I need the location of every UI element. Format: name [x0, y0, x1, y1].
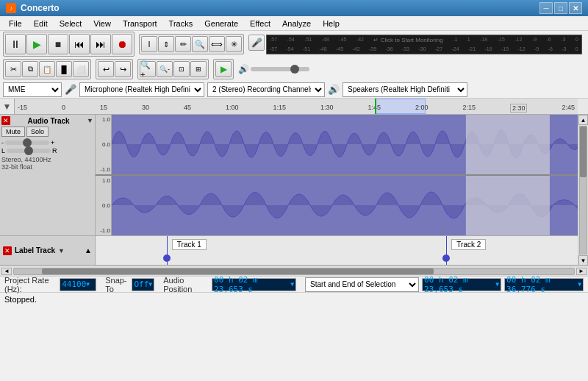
- device-row: MME 🎤 Microphone (Realtek High Defini 2 …: [0, 81, 588, 99]
- label-track-close-button[interactable]: ✕: [3, 246, 12, 255]
- trim-button[interactable]: ▐▌: [56, 61, 72, 77]
- label-box-1[interactable]: Track 1: [172, 239, 207, 250]
- record-button[interactable]: ⏺: [112, 34, 132, 54]
- track-close-button[interactable]: ✕: [1, 116, 10, 125]
- h-scroll-right[interactable]: ►: [576, 268, 587, 275]
- zoom-in-button[interactable]: 🔍+: [140, 61, 156, 77]
- h-scrollbar: ◄ ►: [0, 266, 588, 276]
- label-track-dropdown[interactable]: ▼: [58, 247, 65, 254]
- driver-select[interactable]: MME: [3, 82, 62, 97]
- multi-tool[interactable]: ✳: [226, 36, 242, 52]
- snap-to-value[interactable]: Off ▼: [132, 278, 154, 291]
- menu-generate[interactable]: Generate: [198, 18, 244, 29]
- minimize-button[interactable]: ─: [539, 2, 553, 14]
- track-dropdown-arrow[interactable]: ▼: [87, 117, 93, 124]
- sel-end-value[interactable]: 00 h 02 m 36,776 s ▼: [504, 278, 584, 291]
- label-head-2[interactable]: [442, 254, 450, 262]
- project-rate-value[interactable]: 44100 ▼: [60, 278, 96, 291]
- y-label-bot-3: -1.0: [96, 227, 110, 234]
- volume-group: 🔊: [238, 64, 309, 74]
- window-controls: ─ □ ✕: [539, 2, 582, 14]
- menu-analyze[interactable]: Analyze: [276, 18, 317, 29]
- v-scroll-up[interactable]: ▲: [578, 115, 588, 125]
- label-track-waveform[interactable]: Track 1 Track 2: [96, 236, 578, 265]
- menu-effect[interactable]: Effect: [244, 18, 276, 29]
- paste-button[interactable]: 📋: [39, 61, 55, 77]
- ruler-arrow[interactable]: ▼: [0, 99, 15, 114]
- selection-mode-select[interactable]: Start and End of Selection Start and Len…: [305, 277, 419, 292]
- stop-button[interactable]: ■: [48, 34, 68, 54]
- volume-slider[interactable]: [251, 67, 309, 71]
- h-scroll-left[interactable]: ◄: [1, 268, 12, 275]
- play-button[interactable]: ▶: [26, 34, 47, 54]
- time-ruler[interactable]: ▼ -15 0 15 30 45 1:00 1:15 1:30 1:45 2:0…: [0, 99, 588, 115]
- pan-slider[interactable]: [7, 149, 51, 153]
- y-label-top-1: 1.0: [96, 116, 110, 123]
- silence-button[interactable]: ⬜: [73, 61, 89, 77]
- audio-pos-label: Audio Position: [163, 276, 209, 293]
- track-info: Stereo, 44100Hz 32-bit float: [1, 156, 93, 171]
- mute-button[interactable]: Mute: [1, 127, 25, 137]
- menu-select[interactable]: Select: [54, 18, 88, 29]
- snap-to-label: Snap-To: [105, 276, 129, 293]
- audio-pos-value[interactable]: 00 h 02 m 23,653 s ▼: [212, 278, 296, 291]
- play-sel-button[interactable]: ▶: [215, 61, 232, 77]
- volume-icon: 🔊: [238, 64, 249, 74]
- zoom-tool[interactable]: 🔍: [192, 36, 208, 52]
- mic-icon[interactable]: 🎤: [248, 35, 265, 51]
- cut-button[interactable]: ✂: [5, 61, 21, 77]
- audio-track-row: ✕ Audio Track ▼ Mute Solo - + L R: [0, 115, 578, 236]
- h-scroll-thumb[interactable]: [42, 268, 434, 274]
- audio-track-controls: ✕ Audio Track ▼ Mute Solo - + L R: [0, 115, 96, 235]
- time-shift-tool[interactable]: ⟺: [209, 36, 225, 52]
- label-track-expand[interactable]: ▲: [85, 246, 92, 254]
- skip-end-button[interactable]: ⏭: [90, 34, 111, 54]
- close-button[interactable]: ✕: [569, 2, 582, 14]
- pan-left-label: L: [1, 147, 5, 154]
- label-box-2[interactable]: Track 2: [451, 239, 486, 250]
- audio-pos-group: Audio Position 00 h 02 m 23,653 s ▼: [163, 276, 296, 293]
- zoom-fit-button[interactable]: ⊞: [190, 61, 207, 77]
- menu-file[interactable]: File: [3, 18, 28, 29]
- envelope-tool[interactable]: ⇕: [158, 36, 174, 52]
- undo-button[interactable]: ↩: [98, 61, 114, 77]
- channels-select[interactable]: 2 (Stereo) Recording Channels: [207, 82, 325, 97]
- pause-button[interactable]: ⏸: [5, 34, 26, 54]
- bottom-status: Stopped.: [0, 292, 588, 305]
- output-device-select[interactable]: Speakers (Realtek High Definiti: [343, 82, 467, 97]
- pan-right-label: R: [52, 147, 57, 154]
- redo-button[interactable]: ↪: [115, 61, 131, 77]
- speaker-output-icon: 🔊: [328, 84, 340, 95]
- maximize-button[interactable]: □: [554, 2, 567, 14]
- audio-track-waveform[interactable]: 1.0 0.0 -1.0: [96, 115, 578, 235]
- input-device-select[interactable]: Microphone (Realtek High Defini: [79, 82, 204, 97]
- skip-start-button[interactable]: ⏮: [69, 34, 90, 54]
- y-label-top-2: 0.0: [96, 141, 110, 148]
- menu-help[interactable]: Help: [317, 18, 345, 29]
- zoom-sel-button[interactable]: ⊡: [173, 61, 190, 77]
- main-content: ✕ Audio Track ▼ Mute Solo - + L R: [0, 115, 588, 266]
- channel-bottom: 1.0 0.0 -1.0: [96, 175, 578, 235]
- menu-edit[interactable]: Edit: [28, 18, 54, 29]
- menu-tracks[interactable]: Tracks: [163, 18, 199, 29]
- ruler-scale[interactable]: -15 0 15 30 45 1:00 1:15 1:30 1:45 2:00 …: [15, 99, 578, 114]
- menu-view[interactable]: View: [87, 18, 117, 29]
- svg-rect-3: [466, 176, 550, 235]
- gain-slider[interactable]: [5, 140, 49, 145]
- v-scrollbar: ▲ ▼: [578, 115, 588, 266]
- input-meter-group: 🎤 -57-54-51-48-45-42↵ Click to Start Mon…: [248, 35, 582, 54]
- solo-button[interactable]: Solo: [26, 127, 49, 137]
- copy-button[interactable]: ⧉: [22, 61, 38, 77]
- label-head-1[interactable]: [163, 254, 171, 262]
- v-scroll-down[interactable]: ▼: [578, 255, 588, 266]
- project-rate-arrow: ▼: [86, 281, 90, 288]
- menu-transport[interactable]: Transport: [117, 18, 163, 29]
- h-scroll-track[interactable]: [13, 268, 575, 275]
- draw-tool[interactable]: ✏: [175, 36, 191, 52]
- select-tool[interactable]: I: [141, 36, 157, 52]
- zoom-out-button[interactable]: 🔍-: [157, 61, 173, 77]
- v-scroll-track[interactable]: [579, 126, 587, 254]
- label-track-name: Label Track: [15, 246, 55, 254]
- sel-start-value[interactable]: 00 h 02 m 23,653 s ▼: [422, 278, 501, 291]
- v-scroll-thumb[interactable]: [580, 127, 587, 177]
